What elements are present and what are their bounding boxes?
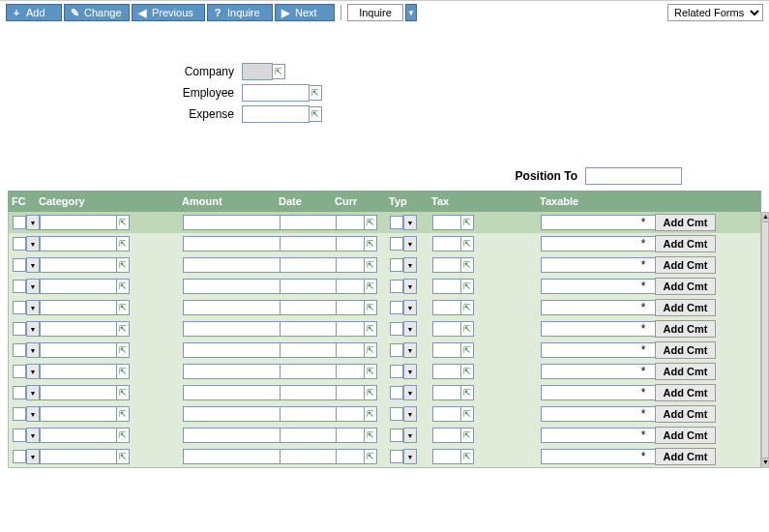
fc-checkbox[interactable] [13, 365, 26, 378]
fc-dropdown[interactable]: ▼ [26, 449, 40, 464]
curr-input[interactable] [336, 236, 365, 251]
tax-lookup-icon[interactable]: ⇱ [460, 279, 474, 294]
tax-input[interactable] [432, 215, 461, 230]
category-lookup-icon[interactable]: ⇱ [116, 342, 130, 358]
add-cmt-button[interactable]: Add Cmt [655, 363, 716, 380]
expense-lookup-icon[interactable]: ⇱ [309, 106, 322, 122]
curr-lookup-icon[interactable]: ⇱ [364, 449, 377, 464]
next-button[interactable]: ▶Next [275, 4, 335, 21]
inquire-dropdown[interactable]: ▼ [405, 4, 417, 21]
typ-checkbox[interactable] [390, 216, 403, 229]
fc-dropdown[interactable]: ▼ [26, 385, 40, 400]
scrollbar-vertical[interactable]: ▲ ▼ [761, 212, 769, 468]
fc-dropdown[interactable]: ▼ [26, 321, 40, 337]
typ-checkbox[interactable] [390, 258, 403, 272]
category-input[interactable] [40, 449, 117, 464]
curr-lookup-icon[interactable]: ⇱ [364, 406, 377, 422]
curr-input[interactable] [336, 385, 365, 400]
company-lookup-icon[interactable]: ⇱ [272, 64, 285, 79]
category-lookup-icon[interactable]: ⇱ [116, 449, 130, 464]
category-input[interactable] [40, 279, 117, 294]
curr-input[interactable] [336, 257, 365, 273]
add-cmt-button[interactable]: Add Cmt [655, 384, 716, 401]
tax-lookup-icon[interactable]: ⇱ [460, 385, 474, 400]
tax-lookup-icon[interactable]: ⇱ [460, 428, 474, 443]
typ-dropdown[interactable]: ▼ [403, 236, 417, 251]
date-input[interactable] [280, 215, 338, 230]
add-cmt-button[interactable]: Add Cmt [655, 320, 716, 338]
fc-dropdown[interactable]: ▼ [26, 236, 40, 251]
position-to-input[interactable] [585, 167, 682, 185]
tax-input[interactable] [432, 449, 461, 464]
tax-input[interactable] [432, 385, 461, 400]
related-forms-select[interactable]: Related Forms [667, 4, 763, 21]
scroll-up-icon[interactable]: ▲ [762, 213, 768, 222]
typ-dropdown[interactable]: ▼ [403, 257, 417, 273]
category-lookup-icon[interactable]: ⇱ [116, 321, 130, 337]
curr-lookup-icon[interactable]: ⇱ [364, 279, 377, 294]
curr-input[interactable] [336, 215, 365, 230]
typ-checkbox[interactable] [390, 386, 403, 399]
expense-input[interactable] [242, 105, 310, 123]
typ-checkbox[interactable] [390, 322, 403, 336]
curr-input[interactable] [336, 342, 365, 358]
tax-input[interactable] [432, 279, 461, 294]
fc-dropdown[interactable]: ▼ [26, 300, 40, 315]
employee-input[interactable] [242, 84, 310, 102]
add-button[interactable]: +Add [6, 4, 62, 21]
typ-checkbox[interactable] [390, 450, 403, 463]
typ-checkbox[interactable] [390, 407, 403, 421]
tax-lookup-icon[interactable]: ⇱ [460, 215, 474, 230]
typ-checkbox[interactable] [390, 429, 403, 442]
fc-dropdown[interactable]: ▼ [26, 428, 40, 443]
fc-checkbox[interactable] [13, 237, 26, 251]
fc-dropdown[interactable]: ▼ [26, 257, 40, 273]
tax-input[interactable] [432, 428, 461, 443]
fc-checkbox[interactable] [13, 343, 26, 357]
fc-dropdown[interactable]: ▼ [26, 342, 40, 358]
change-button[interactable]: ✎Change [64, 4, 130, 21]
typ-dropdown[interactable]: ▼ [403, 342, 417, 358]
curr-input[interactable] [336, 364, 365, 379]
add-cmt-button[interactable]: Add Cmt [655, 341, 716, 359]
tax-input[interactable] [432, 406, 461, 422]
tax-input[interactable] [432, 321, 461, 337]
tax-lookup-icon[interactable]: ⇱ [460, 406, 474, 422]
curr-input[interactable] [336, 406, 365, 422]
curr-lookup-icon[interactable]: ⇱ [364, 385, 377, 400]
tax-lookup-icon[interactable]: ⇱ [460, 364, 474, 379]
inquire-button[interactable]: ?Inquire [207, 4, 273, 21]
date-input[interactable] [280, 300, 338, 315]
add-cmt-button[interactable]: Add Cmt [655, 405, 716, 423]
add-cmt-button[interactable]: Add Cmt [655, 214, 716, 231]
category-lookup-icon[interactable]: ⇱ [116, 257, 130, 273]
fc-checkbox[interactable] [13, 301, 26, 314]
typ-dropdown[interactable]: ▼ [403, 449, 417, 464]
add-cmt-button[interactable]: Add Cmt [655, 235, 716, 252]
tax-lookup-icon[interactable]: ⇱ [460, 321, 474, 337]
tax-input[interactable] [432, 257, 461, 273]
curr-input[interactable] [336, 279, 365, 294]
tax-input[interactable] [432, 342, 461, 358]
fc-dropdown[interactable]: ▼ [26, 364, 40, 379]
typ-checkbox[interactable] [390, 301, 403, 314]
fc-checkbox[interactable] [13, 258, 26, 272]
category-input[interactable] [40, 406, 117, 422]
category-input[interactable] [40, 215, 117, 230]
category-lookup-icon[interactable]: ⇱ [116, 215, 130, 230]
date-input[interactable] [280, 364, 338, 379]
date-input[interactable] [280, 449, 338, 464]
curr-input[interactable] [336, 449, 365, 464]
fc-checkbox[interactable] [13, 386, 26, 399]
date-input[interactable] [280, 428, 338, 443]
category-input[interactable] [40, 364, 117, 379]
fc-dropdown[interactable]: ▼ [26, 215, 40, 230]
typ-dropdown[interactable]: ▼ [403, 385, 417, 400]
date-input[interactable] [280, 236, 338, 251]
fc-checkbox[interactable] [13, 429, 26, 442]
typ-checkbox[interactable] [390, 237, 403, 251]
typ-checkbox[interactable] [390, 343, 403, 357]
curr-lookup-icon[interactable]: ⇱ [364, 342, 377, 358]
curr-lookup-icon[interactable]: ⇱ [364, 257, 377, 273]
category-lookup-icon[interactable]: ⇱ [116, 406, 130, 422]
